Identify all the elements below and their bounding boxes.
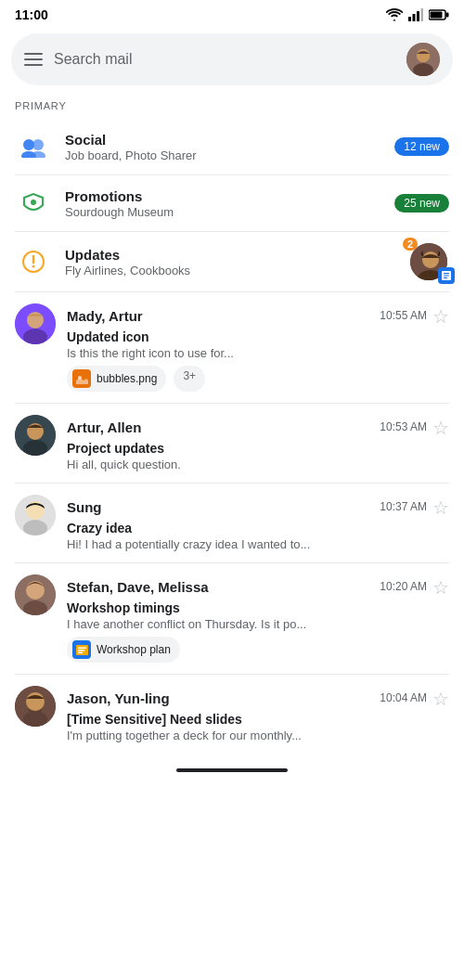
updates-name: Updates — [65, 247, 395, 263]
bottom-pill — [176, 768, 288, 772]
subject-mady: Updated icon — [67, 329, 449, 344]
attachment-chip-workshop[interactable]: Workshop plan — [67, 637, 180, 663]
promotions-name: Promotions — [65, 188, 381, 204]
email-content-jason: Jason, Yun-ling 10:04 AM ☆ [Time Sensiti… — [67, 686, 449, 742]
svg-rect-24 — [444, 275, 449, 276]
svg-rect-1 — [413, 14, 416, 21]
email-row-mady[interactable]: Mady, Artur 10:55 AM ☆ Updated icon Is t… — [0, 292, 464, 403]
preview-artur: Hi all, quick question. — [67, 458, 449, 471]
sender-sung: Sung — [67, 499, 102, 515]
attachment-name-bubbles: bubbles.png — [97, 372, 157, 385]
svg-rect-41 — [78, 647, 86, 649]
svg-rect-2 — [417, 11, 419, 21]
hamburger-icon[interactable] — [24, 53, 43, 66]
updates-badge-area: 2 — [408, 241, 449, 282]
image-chip-icon — [72, 369, 91, 388]
star-stefan[interactable]: ☆ — [432, 576, 449, 599]
svg-rect-5 — [446, 13, 449, 18]
email-header-artur: Artur, Allen 10:53 AM ☆ — [67, 415, 449, 439]
subject-artur: Project updates — [67, 441, 449, 456]
svg-rect-43 — [78, 651, 83, 653]
time-stefan: 10:20 AM — [380, 580, 427, 593]
promotions-sub: Sourdough Museum — [65, 205, 381, 219]
updates-icon — [15, 243, 52, 280]
email-content-sung: Sung 10:37 AM ☆ Crazy idea Hi! I had a p… — [67, 495, 449, 551]
updates-sub: Fly Airlines, Cookbooks — [65, 264, 395, 277]
preview-sung: Hi! I had a potentially crazy idea I wan… — [67, 537, 449, 551]
preview-jason: I'm putting together a deck for our mont… — [67, 729, 449, 742]
attachment-name-workshop: Workshop plan — [97, 643, 171, 656]
battery-icon — [429, 9, 449, 20]
star-sung[interactable]: ☆ — [432, 496, 449, 519]
category-promotions[interactable]: Promotions Sourdough Museum 25 new — [0, 175, 464, 231]
social-info: Social Job board, Photo Sharer — [65, 132, 381, 162]
time-mady: 10:55 AM — [380, 309, 427, 322]
email-row-jason[interactable]: Jason, Yun-ling 10:04 AM ☆ [Time Sensiti… — [0, 675, 464, 754]
sender-stefan: Stefan, Dave, Melissa — [67, 579, 209, 595]
svg-rect-3 — [421, 8, 424, 21]
attachments-stefan: Workshop plan — [67, 637, 449, 663]
signal-icon — [408, 8, 423, 21]
svg-rect-25 — [444, 277, 447, 278]
attachment-chip-bubbles[interactable]: bubbles.png — [67, 366, 166, 392]
promotions-badge: 25 new — [394, 194, 449, 213]
promotions-icon — [15, 185, 52, 222]
svg-point-20 — [422, 251, 439, 268]
svg-point-38 — [26, 581, 45, 600]
bottom-indicator — [0, 754, 464, 780]
svg-rect-0 — [408, 17, 411, 21]
sender-artur: Artur, Allen — [67, 419, 141, 435]
sender-jason: Jason, Yun-ling — [67, 690, 170, 706]
avatar-stefan — [15, 574, 56, 615]
email-content-artur: Artur, Allen 10:53 AM ☆ Project updates … — [67, 415, 449, 471]
email-row-artur[interactable]: Artur, Allen 10:53 AM ☆ Project updates … — [0, 404, 464, 483]
time-jason: 10:04 AM — [380, 691, 427, 704]
svg-rect-23 — [444, 273, 449, 274]
email-content-stefan: Stefan, Dave, Melissa 10:20 AM ☆ Worksho… — [67, 574, 449, 663]
star-mady[interactable]: ☆ — [432, 305, 449, 328]
subject-jason: [Time Sensitive] Need slides — [67, 712, 449, 727]
avatar-mady — [15, 303, 56, 344]
doc-chip-icon — [72, 640, 91, 659]
email-header-jason: Jason, Yun-ling 10:04 AM ☆ — [67, 686, 449, 710]
email-content-mady: Mady, Artur 10:55 AM ☆ Updated icon Is t… — [67, 303, 449, 392]
subject-sung: Crazy idea — [67, 521, 449, 535]
social-icon — [15, 128, 52, 165]
svg-point-18 — [32, 265, 35, 268]
sender-mady: Mady, Artur — [67, 308, 143, 324]
search-input-placeholder[interactable]: Search mail — [54, 51, 395, 68]
status-icons — [386, 8, 449, 21]
status-bar: 11:00 — [0, 0, 464, 26]
avatar-sung — [15, 495, 56, 535]
subject-stefan: Workshop timings — [67, 600, 449, 615]
svg-point-15 — [31, 200, 36, 205]
svg-rect-6 — [431, 12, 443, 19]
search-bar[interactable]: Search mail — [11, 33, 453, 85]
section-label-primary: PRIMARY — [0, 97, 464, 119]
email-row-stefan[interactable]: Stefan, Dave, Melissa 10:20 AM ☆ Worksho… — [0, 563, 464, 674]
star-artur[interactable]: ☆ — [432, 417, 449, 439]
svg-point-12 — [32, 139, 44, 150]
promotions-info: Promotions Sourdough Museum — [65, 188, 381, 219]
email-header-stefan: Stefan, Dave, Melissa 10:20 AM ☆ — [67, 574, 449, 599]
extra-attachments-mady[interactable]: 3+ — [174, 366, 205, 392]
updates-count: 2 — [403, 238, 418, 251]
attachments-mady: bubbles.png 3+ — [67, 366, 449, 392]
star-jason[interactable]: ☆ — [432, 688, 449, 710]
email-header-mady: Mady, Artur 10:55 AM ☆ — [67, 303, 449, 328]
status-time: 11:00 — [15, 7, 48, 22]
avatar-jason — [15, 686, 56, 727]
time-artur: 10:53 AM — [380, 420, 427, 433]
user-avatar[interactable] — [406, 43, 440, 76]
category-updates[interactable]: Updates Fly Airlines, Cookbooks 2 — [0, 232, 464, 291]
social-name: Social — [65, 132, 381, 148]
avatar-artur — [15, 415, 56, 456]
category-social[interactable]: Social Job board, Photo Sharer 12 new — [0, 119, 464, 174]
user-avatar-image — [406, 43, 440, 76]
preview-stefan: I have another conflict on Thursday. Is … — [67, 617, 449, 631]
updates-info: Updates Fly Airlines, Cookbooks — [65, 247, 395, 277]
email-header-sung: Sung 10:37 AM ☆ — [67, 495, 449, 519]
email-row-sung[interactable]: Sung 10:37 AM ☆ Crazy idea Hi! I had a p… — [0, 484, 464, 562]
social-badge: 12 new — [394, 137, 449, 156]
time-sung: 10:37 AM — [380, 500, 427, 513]
